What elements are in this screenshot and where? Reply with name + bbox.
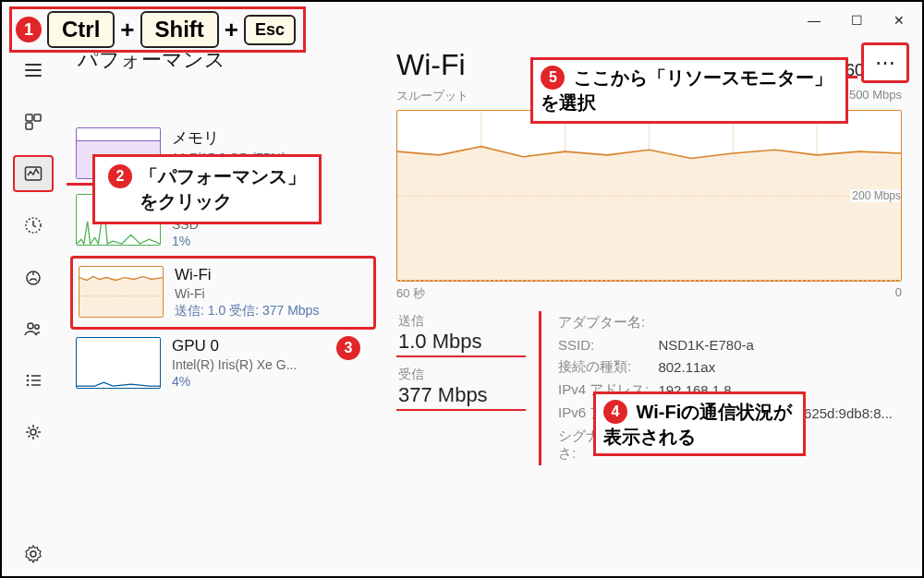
perf-wifi[interactable]: Wi-Fi Wi-Fi 送信: 1.0 受信: 377 Mbps [70, 256, 376, 330]
send-label: 送信 [398, 313, 522, 330]
svg-rect-2 [26, 123, 32, 129]
send-value: 1.0 Mbps [398, 330, 522, 354]
throughput-chart: 200 Mbps [396, 110, 902, 282]
processes-icon[interactable] [13, 103, 54, 140]
startup-icon[interactable] [13, 259, 54, 295]
performance-list: パフォーマンス CPU メモリ 11.7/15.6 GB (75%) ディスク [65, 39, 383, 576]
gpu-sub: Intel(R) Iris(R) Xe G... [172, 357, 371, 372]
history-icon[interactable] [13, 207, 54, 244]
time-left: 60 秒 [396, 285, 425, 302]
wifi-sub: Wi-Fi [175, 286, 368, 301]
svg-point-6 [28, 323, 33, 329]
svg-point-10 [27, 384, 30, 387]
annotation-5: 5 ここから「リソースモニター」を選択 [530, 57, 848, 124]
settings-icon[interactable] [24, 545, 43, 567]
perf-gpu[interactable]: GPU 0 Intel(R) Iris(R) Xe G... 4% [70, 330, 376, 396]
gpu-value: 4% [172, 374, 371, 389]
more-button[interactable]: ⋯ [861, 42, 909, 83]
disk-value: 1% [172, 234, 371, 248]
memory-label: メモリ [172, 127, 371, 149]
svg-rect-14 [79, 280, 163, 318]
hamburger-icon[interactable] [13, 52, 54, 89]
throughput-values: 送信 1.0 Mbps 受信 377 Mbps [396, 311, 541, 465]
scale-top: 500 Mbps [849, 88, 902, 104]
details-icon[interactable] [13, 362, 54, 399]
services-icon[interactable] [13, 414, 54, 451]
throughput-label: スループット [396, 88, 468, 104]
task-manager-window: — ☐ ✕ パフォーマンス CPU [0, 0, 924, 578]
close-button[interactable]: ✕ [878, 2, 920, 39]
svg-point-9 [27, 379, 30, 382]
recv-label: 受信 [398, 367, 522, 383]
recv-value: 377 Mbps [398, 383, 522, 407]
key-ctrl: Ctrl [47, 11, 115, 48]
svg-rect-0 [26, 114, 32, 121]
annotation-2: 2 「パフォーマンス」をクリック [92, 154, 322, 224]
svg-point-8 [27, 375, 30, 378]
minimize-button[interactable]: — [793, 2, 835, 39]
wifi-mini-chart [79, 266, 164, 318]
gpu-mini-chart [76, 337, 161, 389]
annotation-1: 1 Ctrl + Shift + Esc [9, 6, 306, 53]
maximize-button[interactable]: ☐ [835, 2, 878, 39]
nav-rail [2, 39, 65, 576]
svg-point-11 [30, 429, 36, 435]
scale-mid: 200 Mbps [850, 189, 902, 202]
users-icon[interactable] [13, 310, 54, 347]
wifi-value: 送信: 1.0 受信: 377 Mbps [175, 303, 368, 319]
wifi-label: Wi-Fi [175, 266, 368, 284]
key-esc: Esc [244, 15, 296, 45]
svg-point-12 [30, 551, 36, 557]
key-shift: Shift [140, 11, 219, 48]
annotation-3: 3 [336, 336, 360, 360]
time-right: 0 [895, 285, 902, 302]
performance-icon[interactable] [13, 155, 54, 192]
svg-point-7 [35, 325, 39, 329]
annotation-4: 4 Wi-Fiの通信状況が表示される [593, 391, 806, 456]
svg-rect-1 [34, 114, 41, 121]
